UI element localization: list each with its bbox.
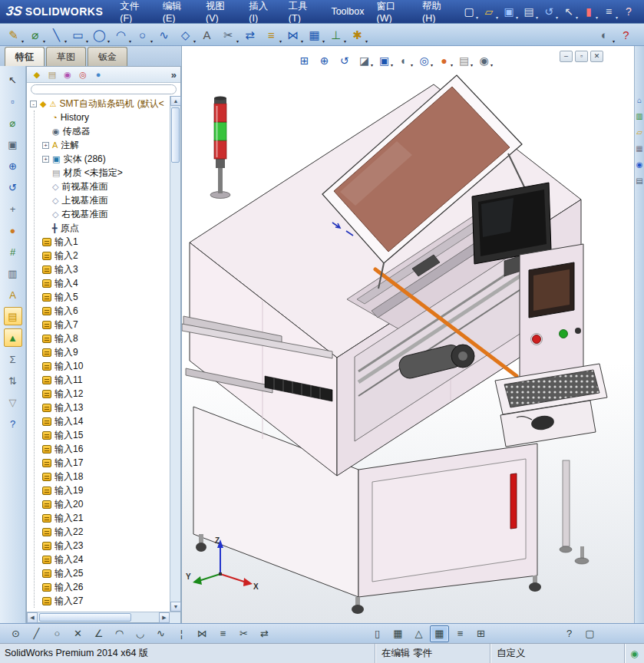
zoom-fit-icon[interactable]: ⊞ — [296, 52, 313, 68]
hide-show-icon[interactable]: ◎ — [415, 52, 433, 68]
tree-item-solids[interactable]: + ▣ 实体 (286) — [35, 152, 170, 166]
tree-item-input[interactable]: 输入3 — [35, 262, 170, 276]
circle-icon[interactable]: ◯ — [89, 25, 110, 45]
mass-properties-icon[interactable]: ▲ — [4, 328, 22, 347]
panel-left-icon[interactable]: ▯ — [368, 625, 387, 642]
tree-item-input[interactable]: 输入16 — [35, 442, 170, 456]
point-icon[interactable]: ⊙ — [6, 625, 25, 642]
tree-item-front-plane[interactable]: + ◇ 前视基准面 — [35, 180, 170, 193]
menu-item[interactable]: 文件(F) — [114, 0, 157, 23]
expand-panel-chevron[interactable]: » — [171, 69, 177, 81]
mirror-entities-icon[interactable]: ⋈ — [282, 25, 303, 45]
circle-icon[interactable]: ○ — [48, 625, 67, 642]
dimxpertmanager-tab-icon[interactable]: ◎ — [77, 68, 89, 81]
tree-item-input[interactable]: 输入9 — [35, 345, 170, 359]
sketch-icon[interactable]: ✎ — [3, 25, 24, 45]
displaymanager-tab-icon[interactable]: ● — [92, 68, 104, 81]
tree-root-item[interactable]: - ◆ ⚠ SMT自动贴条码机 (默认< — [27, 97, 170, 110]
ellipse-icon[interactable]: ○ — [132, 25, 153, 45]
trim-entities-icon[interactable]: ✂ — [218, 25, 239, 45]
machine-3d-view[interactable]: Z Y X — [182, 46, 634, 623]
scrollbar-thumb[interactable] — [171, 107, 180, 163]
angle-icon[interactable]: ∠ — [89, 625, 108, 642]
scrollbar-thumb[interactable] — [39, 613, 131, 622]
polygon-icon[interactable]: ◇ — [175, 25, 196, 45]
tree-item-input[interactable]: 输入14 — [35, 414, 170, 428]
measure-icon[interactable]: # — [4, 242, 22, 261]
triad-toggle-icon[interactable]: △ — [409, 625, 428, 642]
section-view-icon[interactable]: ▥ — [4, 264, 22, 282]
tangent-arc-icon[interactable]: ◡ — [130, 625, 150, 642]
dimension-icon[interactable]: ⌀ — [4, 114, 22, 132]
expand-toggle-icon[interactable]: + — [42, 156, 49, 163]
tab-sheet-metal[interactable]: 钣金 — [88, 47, 127, 66]
fullscreen-icon[interactable]: ▢ — [580, 625, 599, 642]
tree-item-input[interactable]: 输入2 — [35, 249, 170, 262]
tree-item-input[interactable]: 输入12 — [35, 387, 170, 401]
tree-item-input[interactable]: 输入11 — [35, 373, 170, 387]
equations-icon[interactable]: Σ — [4, 350, 22, 368]
line-icon[interactable]: ╱ — [27, 625, 46, 642]
edit-appearance-icon[interactable]: ● — [435, 52, 453, 68]
select-icon[interactable]: ↖ — [560, 2, 578, 21]
scroll-up-icon[interactable]: ▲ — [170, 96, 181, 106]
graphics-area[interactable]: ⊞⊕↺◪▣◐◎●▤◉ –▫✕ — [182, 46, 634, 623]
solidworks-resources-icon[interactable]: ⌂ — [635, 95, 644, 106]
view-palette-icon[interactable]: ▦ — [635, 143, 644, 154]
scroll-down-icon[interactable]: ▼ — [170, 602, 181, 612]
apply-scene-icon[interactable]: ▤ — [455, 52, 473, 68]
tree-item-input[interactable]: 输入24 — [35, 552, 170, 566]
restore-window-icon[interactable]: ▫ — [575, 51, 588, 62]
tree-item-input[interactable]: 输入8 — [35, 332, 170, 345]
display-style-icon[interactable]: ◐ — [395, 52, 413, 68]
open-icon[interactable]: ▱ — [480, 2, 498, 21]
tree-item-input[interactable]: 输入17 — [35, 456, 170, 470]
status-indicator-icon[interactable]: ◉ — [630, 648, 638, 659]
menu-item[interactable]: 视图(V) — [200, 0, 243, 23]
scroll-left-icon[interactable]: ◀ — [27, 612, 38, 623]
arc-icon[interactable]: ◠ — [111, 25, 131, 45]
expand-toggle-icon[interactable]: + — [42, 142, 49, 149]
tree-item-input[interactable]: 输入19 — [35, 483, 170, 497]
tree-item-input[interactable]: 输入26 — [35, 580, 170, 594]
close-window-icon[interactable]: ✕ — [590, 51, 603, 62]
tree-item-input[interactable]: 输入18 — [35, 470, 170, 483]
tree-item-origin[interactable]: + ╋ 原点 — [35, 221, 170, 235]
help-badge-icon[interactable]: ? — [619, 2, 638, 21]
machine-model[interactable] — [182, 75, 607, 614]
annotation-icon[interactable]: A — [4, 285, 22, 304]
linear-pattern-icon[interactable]: ▦ — [304, 25, 325, 45]
menu-item[interactable]: 工具(T) — [282, 0, 325, 23]
display-relations-icon[interactable]: ⊥ — [325, 25, 346, 45]
quick-snaps-icon[interactable]: ✱ — [347, 25, 368, 45]
trim-icon[interactable]: ✂ — [234, 625, 253, 642]
section-view-icon[interactable]: ◪ — [355, 52, 373, 68]
menu-item[interactable]: 编辑(E) — [157, 0, 200, 23]
text-icon[interactable]: A — [197, 25, 217, 45]
tree-filter-bar[interactable] — [31, 84, 177, 94]
mirror-icon[interactable]: ⋈ — [193, 625, 212, 642]
menu-item[interactable]: Toolbox — [325, 0, 370, 23]
arc-icon[interactable]: ◠ — [110, 625, 129, 642]
rotate-view-icon[interactable]: ↺ — [4, 178, 22, 196]
view-settings-icon[interactable]: ◉ — [475, 52, 493, 68]
toolbox-help-icon[interactable]: ? — [616, 25, 636, 45]
help-icon[interactable]: ? — [4, 414, 22, 433]
save-icon[interactable]: ▣ — [500, 2, 518, 21]
offset-entities-icon[interactable]: ≡ — [261, 25, 282, 45]
tab-sketch[interactable]: 草图 — [46, 47, 86, 66]
tree-item-sensors[interactable]: + ◉ 传感器 — [35, 124, 170, 138]
options-icon[interactable]: ≡ — [599, 2, 618, 21]
scroll-right-icon[interactable]: ▶ — [159, 612, 170, 623]
collapse-toggle-icon[interactable]: - — [30, 101, 37, 107]
print-icon[interactable]: ▤ — [520, 2, 538, 21]
propertymanager-tab-icon[interactable]: ▤ — [46, 68, 58, 81]
simulation-icon[interactable]: ▽ — [4, 393, 22, 411]
smart-dimension-icon[interactable]: ⌀ — [25, 25, 45, 45]
rebuild-icon[interactable]: ▮ — [580, 2, 598, 21]
tree-item-material[interactable]: + ▤ 材质 <未指定> — [35, 166, 170, 180]
tree-item-annotations[interactable]: + A 注解 — [35, 138, 170, 152]
tree-item-input[interactable]: 输入10 — [35, 359, 170, 373]
tree-item-top-plane[interactable]: + ◇ 上视基准面 — [35, 193, 170, 207]
centerline-icon[interactable]: ¦ — [172, 625, 191, 642]
